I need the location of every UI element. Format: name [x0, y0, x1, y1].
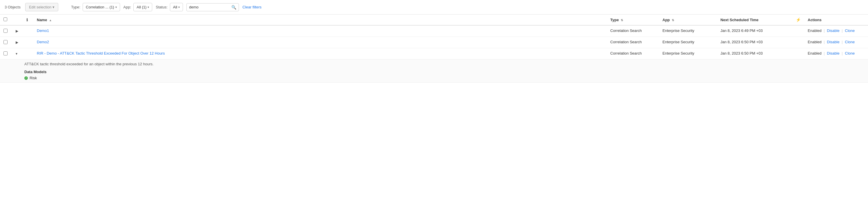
row-status-text: Enabled: [808, 40, 822, 44]
objects-count: 3 Objects: [5, 5, 21, 9]
separator-icon: |: [824, 28, 826, 33]
separator-icon: |: [842, 40, 844, 44]
row-schedule-cell: Jan 8, 2023 6:49 PM +03: [717, 25, 792, 37]
header-name-label: Name: [37, 18, 47, 22]
row-status-text: Enabled: [808, 28, 822, 33]
row-expand-cell: ▾: [11, 48, 23, 59]
search-box: 🔍: [186, 3, 239, 11]
row-expand-cell: ▶: [11, 25, 23, 37]
status-select-value: All: [173, 5, 177, 9]
header-actions: Actions: [804, 15, 868, 25]
row-actions-cell: Enabled | Disable | Clone: [804, 48, 868, 59]
row-expand-button[interactable]: ▶: [14, 40, 20, 45]
search-button[interactable]: 🔍: [231, 5, 236, 9]
header-type[interactable]: Type ⇅: [607, 15, 659, 25]
separator-icon: |: [824, 51, 826, 55]
data-models-title: Data Models: [24, 70, 865, 74]
row-info-cell: [23, 25, 33, 37]
clone-link[interactable]: Clone: [845, 51, 855, 55]
row-name-link[interactable]: RIR - Demo - ATT&CK Tactic Threshold Exc…: [37, 51, 165, 55]
row-type-cell: Correlation Search: [607, 25, 659, 37]
main-table: ℹ Name ▲ Type ⇅ App ⇅ Next Scheduled Tim…: [0, 15, 868, 83]
row-checkbox[interactable]: [3, 29, 7, 33]
lightning-icon: ⚡: [796, 18, 801, 22]
header-app[interactable]: App ⇅: [659, 15, 717, 25]
row-checkbox-cell: [0, 25, 11, 37]
status-caret-icon: ▾: [178, 5, 180, 9]
separator-icon: |: [842, 51, 844, 55]
disable-link[interactable]: Disable: [827, 28, 839, 33]
info-icon: ℹ: [26, 18, 28, 22]
table-row: ▶ Demo1 Correlation Search Enterprise Se…: [0, 25, 868, 37]
header-info-cell: ℹ: [23, 15, 33, 25]
row-name-cell: RIR - Demo - ATT&CK Tactic Threshold Exc…: [33, 48, 607, 59]
select-all-checkbox[interactable]: [3, 18, 7, 21]
header-schedule-label: Next Scheduled Time: [720, 18, 758, 22]
type-filter-label: Type:: [71, 5, 80, 9]
clone-link[interactable]: Clone: [845, 40, 855, 44]
table-header-row: ℹ Name ▲ Type ⇅ App ⇅ Next Scheduled Tim…: [0, 15, 868, 25]
header-lightning: ⚡: [792, 15, 804, 25]
status-filter-group: Status: All ▾: [156, 3, 183, 11]
row-type-cell: Correlation Search: [607, 48, 659, 59]
clear-filters-link[interactable]: Clear filters: [242, 5, 261, 9]
app-select-value: All (1): [136, 5, 146, 9]
app-filter-label: App:: [124, 5, 131, 9]
header-schedule: Next Scheduled Time: [717, 15, 792, 25]
table-body: ▶ Demo1 Correlation Search Enterprise Se…: [0, 25, 868, 83]
app-filter-group: App: All (1) ▾: [124, 3, 153, 11]
row-checkbox[interactable]: [3, 40, 7, 44]
name-sort-icon: ▲: [49, 19, 52, 22]
data-model-item: Risk: [24, 76, 865, 80]
row-checkbox[interactable]: [3, 51, 7, 55]
row-app-cell: Enterprise Security: [659, 48, 717, 59]
search-icon: 🔍: [231, 5, 236, 9]
app-sort-icon: ⇅: [672, 19, 674, 22]
type-filter-group: Type: Correlation ... (1) ▾: [71, 3, 120, 11]
row-type-cell: Correlation Search: [607, 37, 659, 48]
disable-link[interactable]: Disable: [827, 51, 839, 55]
type-caret-icon: ▾: [115, 5, 117, 9]
data-model-status-icon: [24, 76, 28, 80]
detail-row: ATT&CK tactic threshold exceeded for an …: [0, 59, 868, 83]
type-select-value: Correlation ... (1): [86, 5, 114, 9]
row-lightning-cell: [792, 25, 804, 37]
row-status-text: Enabled: [808, 51, 822, 55]
search-input[interactable]: [189, 5, 229, 9]
header-app-label: App: [662, 18, 670, 22]
clone-link[interactable]: Clone: [845, 28, 855, 33]
row-app-cell: Enterprise Security: [659, 25, 717, 37]
edit-selection-caret-icon: ▾: [53, 5, 55, 9]
type-sort-icon: ⇅: [621, 19, 623, 22]
detail-cell: ATT&CK tactic threshold exceeded for an …: [0, 59, 868, 83]
row-name-cell: Demo2: [33, 37, 607, 48]
disable-link[interactable]: Disable: [827, 40, 839, 44]
row-name-link[interactable]: Demo1: [37, 28, 49, 33]
header-type-label: Type: [610, 18, 619, 22]
app-caret-icon: ▾: [148, 5, 149, 9]
header-actions-label: Actions: [808, 18, 822, 22]
separator-icon: |: [842, 28, 844, 33]
app-select-button[interactable]: All (1) ▾: [133, 3, 152, 11]
row-lightning-cell: [792, 48, 804, 59]
toolbar: 3 Objects Edit selection ▾ Type: Correla…: [0, 0, 868, 15]
status-select-button[interactable]: All ▾: [170, 3, 183, 11]
edit-selection-button[interactable]: Edit selection ▾: [25, 3, 58, 11]
row-expand-button[interactable]: ▾: [14, 51, 19, 56]
header-checkbox-cell: [0, 15, 11, 25]
row-info-cell: [23, 37, 33, 48]
row-expand-cell: ▶: [11, 37, 23, 48]
type-select-button[interactable]: Correlation ... (1) ▾: [83, 3, 120, 11]
row-expand-button[interactable]: ▶: [14, 28, 20, 34]
data-model-name: Risk: [30, 76, 37, 80]
status-filter-label: Status:: [156, 5, 167, 9]
row-name-link[interactable]: Demo2: [37, 40, 49, 44]
row-info-cell: [23, 48, 33, 59]
row-checkbox-cell: [0, 37, 11, 48]
row-checkbox-cell: [0, 48, 11, 59]
edit-selection-label: Edit selection: [29, 5, 51, 9]
row-schedule-cell: Jan 8, 2023 6:50 PM +03: [717, 48, 792, 59]
row-schedule-cell: Jan 8, 2023 6:50 PM +03: [717, 37, 792, 48]
row-actions-cell: Enabled | Disable | Clone: [804, 37, 868, 48]
header-name[interactable]: Name ▲: [33, 15, 607, 25]
